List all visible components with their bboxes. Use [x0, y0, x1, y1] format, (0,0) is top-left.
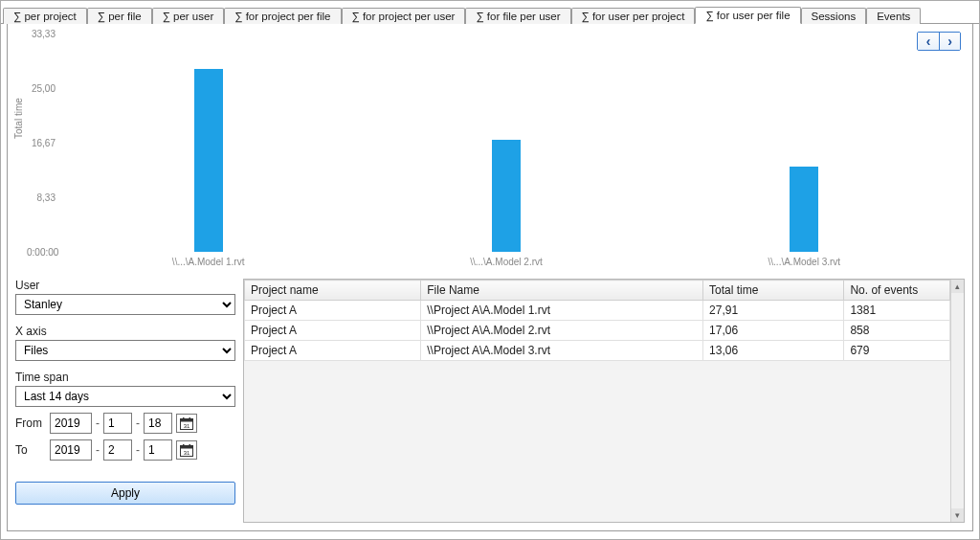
svg-text:31: 31	[184, 423, 190, 429]
table-row[interactable]: Project A\\Project A\A.Model 1.rvt27,911…	[245, 301, 950, 321]
svg-rect-7	[183, 444, 185, 447]
to-label: To	[15, 443, 46, 457]
svg-rect-6	[181, 445, 193, 448]
table-cell: \\Project A\A.Model 3.rvt	[421, 341, 703, 361]
timespan-label: Time span	[15, 371, 235, 384]
from-month-input[interactable]	[103, 413, 132, 434]
chart-area: ‹ › Total time 33,33 25,00 16,67 8,33 0:…	[8, 24, 972, 275]
timespan-select[interactable]: Last 14 days	[15, 386, 235, 407]
table-cell: 1381	[844, 301, 950, 321]
tab-sum-project[interactable]: ∑ per project	[3, 8, 87, 24]
xaxis-group: X axis Files	[15, 325, 235, 361]
dash: -	[96, 443, 100, 457]
tab-file-per-user[interactable]: ∑ for file per user	[465, 8, 570, 24]
tab-events[interactable]: Events	[866, 8, 921, 24]
to-day-input[interactable]	[144, 439, 172, 461]
user-label: User	[15, 279, 235, 292]
table-header-row: Project name File Name Total time No. of…	[245, 281, 950, 301]
y-axis-label: Total time	[13, 98, 24, 139]
from-label: From	[15, 416, 46, 430]
col-project[interactable]: Project name	[245, 281, 421, 301]
table-row[interactable]: Project A\\Project A\A.Model 2.rvt17,068…	[245, 321, 950, 341]
tab-sum-user[interactable]: ∑ per user	[152, 8, 225, 24]
col-time[interactable]: Total time	[703, 281, 844, 301]
chart-bar[interactable]	[492, 140, 521, 252]
tab-user-per-project[interactable]: ∑ for user per project	[571, 8, 696, 24]
controls-panel: User Stanley X axis Files Time span Last…	[15, 279, 235, 523]
y-tick: 25,00	[27, 83, 56, 94]
data-table: Project name File Name Total time No. of…	[244, 280, 950, 361]
dash: -	[136, 416, 140, 430]
tab-bar: ∑ per project ∑ per file ∑ per user ∑ fo…	[1, 1, 979, 24]
y-tick: 0:00:00	[27, 247, 56, 258]
table-cell: Project A	[245, 301, 421, 321]
table-cell: 679	[844, 341, 950, 361]
chart-bar[interactable]	[790, 167, 818, 252]
tab-project-per-user[interactable]: ∑ for project per user	[342, 8, 466, 24]
col-events[interactable]: No. of events	[844, 281, 950, 301]
y-tick: 16,67	[27, 138, 56, 148]
user-group: User Stanley	[15, 279, 235, 315]
bar-x-label: \\...\A.Model 1.rvt	[113, 257, 304, 267]
bar-slot: \\...\A.Model 2.rvt	[411, 140, 602, 252]
tab-project-per-file[interactable]: ∑ for project per file	[224, 8, 341, 24]
lower-panel: User Stanley X axis Files Time span Last…	[8, 275, 972, 530]
dash: -	[136, 443, 140, 457]
table-cell: 858	[844, 321, 950, 341]
table-row[interactable]: Project A\\Project A\A.Model 3.rvt13,066…	[245, 341, 950, 361]
y-tick: 33,33	[27, 29, 56, 39]
user-select[interactable]: Stanley	[15, 294, 235, 315]
scroll-up-icon[interactable]: ▴	[951, 280, 964, 293]
svg-rect-1	[181, 418, 193, 421]
svg-text:31: 31	[184, 450, 190, 456]
table-cell: Project A	[245, 341, 421, 361]
to-month-input[interactable]	[103, 439, 132, 461]
scroll-down-icon[interactable]: ▾	[951, 508, 964, 522]
calendar-icon[interactable]: 31	[176, 440, 197, 460]
xaxis-select[interactable]: Files	[15, 340, 235, 361]
tab-sum-file[interactable]: ∑ per file	[87, 8, 152, 24]
table-cell: 13,06	[703, 341, 844, 361]
tab-user-per-file[interactable]: ∑ for user per file	[695, 7, 800, 24]
bar-slot: \\...\A.Model 3.rvt	[708, 167, 900, 252]
chart-bar[interactable]	[194, 69, 223, 252]
bar-x-label: \\...\A.Model 2.rvt	[411, 257, 602, 267]
from-day-input[interactable]	[144, 413, 172, 434]
to-year-input[interactable]	[50, 439, 92, 461]
table-cell: \\Project A\A.Model 1.rvt	[421, 301, 703, 321]
vertical-scrollbar[interactable]: ▴ ▾	[950, 280, 964, 522]
chart-plot: 33,33 25,00 16,67 8,33 0:00:00 \\...\A.M…	[59, 34, 953, 252]
xaxis-label: X axis	[15, 325, 235, 338]
data-table-wrap: Project name File Name Total time No. of…	[243, 279, 965, 523]
bars-container: \\...\A.Model 1.rvt\\...\A.Model 2.rvt\\…	[59, 34, 953, 252]
table-cell: 27,91	[703, 301, 844, 321]
tab-content: ‹ › Total time 33,33 25,00 16,67 8,33 0:…	[7, 24, 973, 531]
timespan-group: Time span Last 14 days From - - 31	[15, 371, 235, 461]
from-year-input[interactable]	[50, 413, 92, 434]
calendar-icon[interactable]: 31	[176, 414, 197, 433]
dash: -	[96, 416, 100, 430]
table-cell: Project A	[245, 321, 421, 341]
table-cell: \\Project A\A.Model 2.rvt	[421, 321, 703, 341]
tab-sessions[interactable]: Sessions	[801, 8, 867, 24]
apply-button[interactable]: Apply	[15, 482, 235, 505]
col-file[interactable]: File Name	[421, 281, 703, 301]
table-cell: 17,06	[703, 321, 844, 341]
date-from-row: From - - 31	[15, 413, 235, 434]
app-window: ∑ per project ∑ per file ∑ per user ∑ fo…	[0, 0, 980, 540]
svg-rect-3	[189, 417, 191, 420]
bar-slot: \\...\A.Model 1.rvt	[113, 69, 304, 252]
y-ticks: 33,33 25,00 16,67 8,33 0:00:00	[27, 34, 56, 252]
date-to-row: To - - 31	[15, 439, 235, 461]
svg-rect-8	[189, 444, 191, 447]
svg-rect-2	[183, 417, 185, 420]
y-tick: 8,33	[27, 192, 56, 203]
bar-x-label: \\...\A.Model 3.rvt	[708, 257, 900, 267]
